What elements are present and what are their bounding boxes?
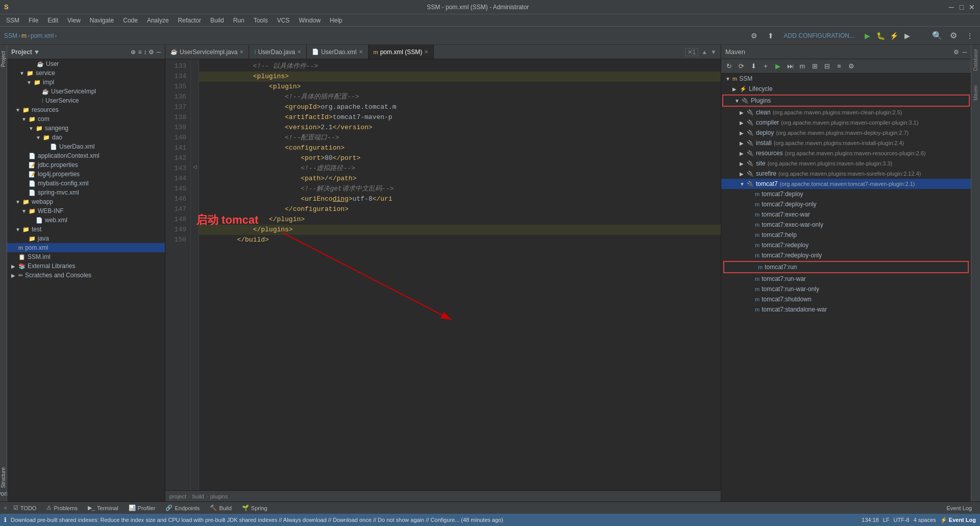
tab-userdao[interactable]: I UserDao.java ✕ (249, 45, 307, 59)
toolbar-git-btn[interactable]: ⬆ (765, 30, 777, 42)
tree-item-userdaoxml[interactable]: 📄 UserDao.xml (7, 142, 165, 151)
tree-item-extlibs[interactable]: ▶ 📚 External Libraries (7, 261, 165, 271)
menu-navigate[interactable]: Navigate (86, 16, 118, 25)
tree-item-webinf[interactable]: ▼ 📁 WEB-INF (7, 206, 165, 216)
maven-settings-icon[interactable]: ⚙ (953, 49, 959, 56)
close-button[interactable]: ✕ (968, 3, 976, 11)
maven-settings2-btn[interactable]: ⚙ (846, 61, 857, 72)
maven-item-tomcat7-run-war[interactable]: m tomcat7:run-war (721, 274, 971, 284)
database-tab[interactable]: Database (972, 47, 979, 73)
tree-item-mybatis[interactable]: 📄 mybatis-config.xml (7, 179, 165, 188)
maven-item-resources[interactable]: ▶ 🔌 resources (org.apache.maven.plugins:… (721, 148, 971, 158)
tree-item-com[interactable]: ▼ 📁 com (7, 114, 165, 124)
tree-item-impl[interactable]: ▼ 📁 impl (7, 78, 165, 87)
panel-icon-close[interactable]: ─ (156, 49, 161, 56)
maven-side-tab[interactable]: Maven (972, 83, 979, 103)
tree-item-webapp[interactable]: ▼ 📁 webapp (7, 197, 165, 206)
maven-collapse-btn[interactable]: ⊟ (821, 61, 832, 72)
maven-item-compiler[interactable]: ▶ 🔌 compiler (org.apache.maven.plugins:m… (721, 117, 971, 128)
tab-userdaoxml[interactable]: 📄 UserDao.xml ✕ (307, 45, 368, 59)
search-everywhere-btn[interactable]: 🔍 (931, 30, 943, 42)
profiler-tab[interactable]: 📊 Profiler (125, 504, 160, 512)
maven-item-tomcat7-redeploy[interactable]: m tomcat7:redeploy (721, 240, 971, 250)
event-log-status[interactable]: ⚡ Event Log (940, 517, 976, 523)
tree-item-log4j[interactable]: 📝 log4j.properties (7, 170, 165, 179)
maven-add-btn[interactable]: + (760, 61, 771, 72)
debug-button[interactable]: 🐛 (875, 30, 886, 41)
menu-file[interactable]: File (24, 16, 42, 25)
menu-tools[interactable]: Tools (250, 16, 272, 25)
panel-icon-2[interactable]: ≡ (138, 49, 141, 56)
menu-window[interactable]: Window (295, 16, 325, 25)
breadcrumb-ssm[interactable]: SSM (4, 32, 17, 39)
maven-item-lifecycle[interactable]: ▶ ⚡ Lifecycle (721, 84, 971, 94)
scroll-up[interactable]: ▲ (701, 49, 707, 56)
maven-item-tomcat7-deploy-only[interactable]: m tomcat7:deploy-only (721, 199, 971, 209)
panel-icon-3[interactable]: ↕ (143, 49, 146, 56)
tree-item-test[interactable]: ▼ 📁 test (7, 225, 165, 234)
structure-tab[interactable]: Structure (0, 465, 7, 490)
run-button[interactable]: ▶ (862, 30, 873, 41)
spring-tab[interactable]: 🌱 Spring (238, 504, 272, 512)
tab-close[interactable]: ✕ (359, 49, 363, 55)
tree-item-java[interactable]: 📁 java (7, 234, 165, 243)
breadcrumb-build[interactable]: build (192, 493, 204, 499)
maven-item-tomcat7-exec-war-only[interactable]: m tomcat7:exec-war-only (721, 220, 971, 230)
maven-item-site[interactable]: ▶ 🔌 site (org.apache.maven.plugins:maven… (721, 158, 971, 169)
maven-item-tomcat7[interactable]: ▼ 🔌 tomcat7 (org.apache.tomcat.maven:tom… (721, 179, 971, 189)
tree-item-service[interactable]: ▼ 📁 service (7, 68, 165, 78)
panel-icon-1[interactable]: ⊕ (131, 49, 136, 56)
tab-close[interactable]: ✕ (239, 49, 243, 55)
tab-close[interactable]: ✕ (424, 49, 428, 55)
toolbar-settings-btn[interactable]: ⚙ (748, 30, 761, 42)
tree-item-userserviceimpl[interactable]: ☕ UserServiceImpl (7, 87, 165, 96)
tree-item-user[interactable]: ☕ User (7, 59, 165, 68)
breadcrumb-pomxml[interactable]: pom.xml (31, 32, 54, 39)
problems-tab[interactable]: ⚠ Problems (42, 504, 81, 512)
menu-edit[interactable]: Edit (43, 16, 62, 25)
menu-analyze[interactable]: Analyze (143, 16, 173, 25)
maven-item-tomcat7-redeploy-only[interactable]: m tomcat7:redeploy-only (721, 250, 971, 260)
tab-close[interactable]: ✕ (297, 49, 301, 55)
tree-item-scratches[interactable]: ▶ ✏ Scratches and Consoles (7, 271, 165, 280)
maven-close-icon[interactable]: ─ (962, 49, 967, 56)
tree-item-pomxml[interactable]: m pom.xml (7, 243, 165, 252)
maven-download-btn[interactable]: ⬇ (748, 61, 759, 72)
maven-toggle-btn[interactable]: m (797, 61, 808, 72)
menu-view[interactable]: View (63, 16, 85, 25)
menu-vcs[interactable]: VCS (273, 16, 294, 25)
more-run-btn[interactable]: ▶ (901, 30, 913, 41)
maven-item-tomcat7-exec-war[interactable]: m tomcat7:exec-war (721, 209, 971, 220)
tree-item-webxml[interactable]: 📄 web.xml (7, 216, 165, 225)
terminal-tab[interactable]: ▶_ Terminal (84, 504, 122, 512)
encoding-indicator[interactable]: UTF-8 (894, 517, 910, 523)
toolbar-more-btn[interactable]: ⋮ (964, 30, 976, 42)
tree-item-springmvc[interactable]: 📄 spring-mvc.xml (7, 188, 165, 197)
todo-tab[interactable]: ☑ TODO (9, 504, 41, 512)
minimize-button[interactable]: ─ (947, 3, 955, 11)
endpoints-tab[interactable]: 🔗 Endpoints (161, 504, 204, 512)
tree-item-jdbc[interactable]: 📝 jdbc.properties (7, 160, 165, 170)
project-tab[interactable]: Project (0, 49, 7, 69)
menu-run[interactable]: Run (229, 16, 249, 25)
menu-ssm[interactable]: SSM (2, 16, 23, 25)
maven-item-tomcat7-run[interactable]: m tomcat7:run (723, 261, 969, 273)
settings-btn[interactable]: ⚙ (947, 30, 960, 42)
maven-item-tomcat7-deploy[interactable]: m tomcat7:deploy (721, 189, 971, 199)
scroll-down[interactable]: ▼ (710, 49, 717, 56)
line-separator[interactable]: LF (883, 517, 890, 523)
tree-item-ssmiml[interactable]: 📋 SSM.iml (7, 252, 165, 261)
maven-group-btn[interactable]: ≡ (834, 61, 845, 72)
tree-item-appctx[interactable]: 📄 applicationContext.xml (7, 151, 165, 160)
maximize-button[interactable]: □ (958, 3, 966, 11)
maven-expand-btn[interactable]: ⊞ (809, 61, 820, 72)
maven-item-surefire[interactable]: ▶ 🔌 surefire (org.apache.maven.plugins:m… (721, 169, 971, 179)
maven-item-tomcat7-run-war-only[interactable]: m tomcat7:run-war-only (721, 284, 971, 294)
status-message[interactable]: Download pre-built shared indexes: Reduc… (11, 517, 857, 523)
build-tab[interactable]: 🔨 Build (206, 504, 235, 512)
panel-icon-4[interactable]: ⚙ (149, 49, 154, 56)
tree-item-sangeng[interactable]: ▼ 📁 sangeng (7, 124, 165, 133)
menu-code[interactable]: Code (119, 16, 142, 25)
maven-item-ssm[interactable]: ▼ m SSM (721, 74, 971, 84)
menu-help[interactable]: Help (326, 16, 347, 25)
